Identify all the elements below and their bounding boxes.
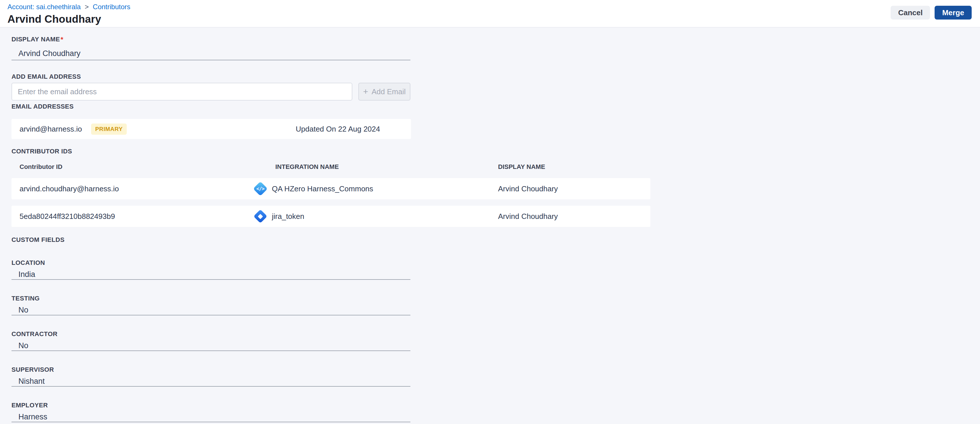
row-display-name-value: Arvind Choudhary bbox=[492, 212, 651, 221]
custom-field-employer: EMPLOYER bbox=[11, 402, 969, 422]
email-address-value: arvind@harness.io bbox=[19, 125, 82, 133]
custom-field-location: LOCATION bbox=[11, 259, 969, 280]
top-bar: Account: sai.cheethirala > Contributors … bbox=[0, 0, 980, 28]
contributor-id-value: arvind.choudhary@harness.io bbox=[19, 184, 253, 193]
custom-field-supervisor: SUPERVISOR bbox=[11, 366, 969, 387]
top-actions: Cancel Merge bbox=[891, 6, 972, 19]
breadcrumb-account-link[interactable]: Account: sai.cheethirala bbox=[8, 3, 81, 11]
breadcrumb: Account: sai.cheethirala > Contributors bbox=[8, 3, 972, 11]
contributor-ids-label: CONTRIBUTOR IDS bbox=[11, 148, 969, 155]
display-name-input[interactable] bbox=[11, 47, 410, 60]
merge-button[interactable]: Merge bbox=[935, 6, 972, 19]
custom-fields-group: CUSTOM FIELDS LOCATION TESTING CONTRACTO… bbox=[11, 236, 969, 422]
column-header-contributor-id: Contributor ID bbox=[19, 163, 253, 171]
testing-label: TESTING bbox=[11, 295, 969, 302]
integration-name-value: QA HZero Harness_Commons bbox=[272, 184, 373, 193]
integration-name-value: jira_token bbox=[272, 212, 304, 221]
contributor-id-row: arvind.choudhary@harness.io </> QA HZero… bbox=[11, 178, 651, 199]
supervisor-label: SUPERVISOR bbox=[11, 366, 969, 373]
integration-cell: jira_token bbox=[253, 209, 492, 224]
email-addresses-group: EMAIL ADDRESSES arvind@harness.io PRIMAR… bbox=[11, 103, 969, 139]
contributor-ids-table-header: Contributor ID INTEGRATION NAME DISPLAY … bbox=[11, 163, 651, 171]
custom-fields-label: CUSTOM FIELDS bbox=[11, 236, 969, 244]
location-label: LOCATION bbox=[11, 259, 969, 267]
row-display-name-value: Arvind Choudhary bbox=[492, 184, 651, 193]
integration-cell: </> QA HZero Harness_Commons bbox=[253, 181, 492, 196]
email-address-row: arvind@harness.io PRIMARY Updated On 22 … bbox=[11, 119, 411, 139]
code-integration-icon: </> bbox=[253, 181, 268, 196]
page-title: Arvind Choudhary bbox=[8, 13, 972, 25]
add-email-group: ADD EMAIL ADDRESS + Add Email bbox=[11, 73, 969, 100]
custom-field-testing: TESTING bbox=[11, 295, 969, 315]
display-name-label-text: DISPLAY NAME bbox=[11, 36, 60, 43]
add-email-label: ADD EMAIL ADDRESS bbox=[11, 73, 969, 81]
cancel-button[interactable]: Cancel bbox=[891, 6, 930, 19]
primary-badge: PRIMARY bbox=[91, 124, 127, 135]
supervisor-input[interactable] bbox=[11, 376, 410, 387]
contributor-id-row: 5eda80244ff3210b882493b9 jira_token Arvi… bbox=[11, 206, 651, 227]
contributor-ids-group: CONTRIBUTOR IDS Contributor ID INTEGRATI… bbox=[11, 148, 969, 227]
plus-icon: + bbox=[363, 87, 368, 96]
add-email-button-label: Add Email bbox=[372, 87, 406, 96]
email-addresses-label: EMAIL ADDRESSES bbox=[11, 103, 969, 110]
display-name-group: DISPLAY NAME* bbox=[11, 36, 969, 60]
custom-field-contractor: CONTRACTOR bbox=[11, 330, 969, 351]
contributor-detail-form: DISPLAY NAME* ADD EMAIL ADDRESS + Add Em… bbox=[0, 28, 980, 422]
required-asterisk: * bbox=[60, 36, 64, 43]
testing-input[interactable] bbox=[11, 305, 410, 315]
contractor-label: CONTRACTOR bbox=[11, 330, 969, 338]
add-email-row: + Add Email bbox=[11, 83, 969, 100]
column-header-display-name: DISPLAY NAME bbox=[492, 163, 651, 171]
display-name-label: DISPLAY NAME* bbox=[11, 36, 969, 44]
contributor-id-value: 5eda80244ff3210b882493b9 bbox=[19, 212, 253, 221]
email-updated-on: Updated On 22 Aug 2024 bbox=[296, 125, 380, 133]
breadcrumb-separator-icon: > bbox=[85, 3, 89, 11]
employer-label: EMPLOYER bbox=[11, 402, 969, 409]
contractor-input[interactable] bbox=[11, 341, 410, 351]
email-address-input[interactable] bbox=[11, 83, 352, 100]
location-input[interactable] bbox=[11, 270, 410, 280]
add-email-button[interactable]: + Add Email bbox=[358, 83, 410, 100]
breadcrumb-contributors-link[interactable]: Contributors bbox=[93, 3, 130, 11]
column-header-integration-name: INTEGRATION NAME bbox=[253, 163, 492, 171]
jira-icon bbox=[253, 209, 268, 224]
employer-input[interactable] bbox=[11, 412, 410, 422]
